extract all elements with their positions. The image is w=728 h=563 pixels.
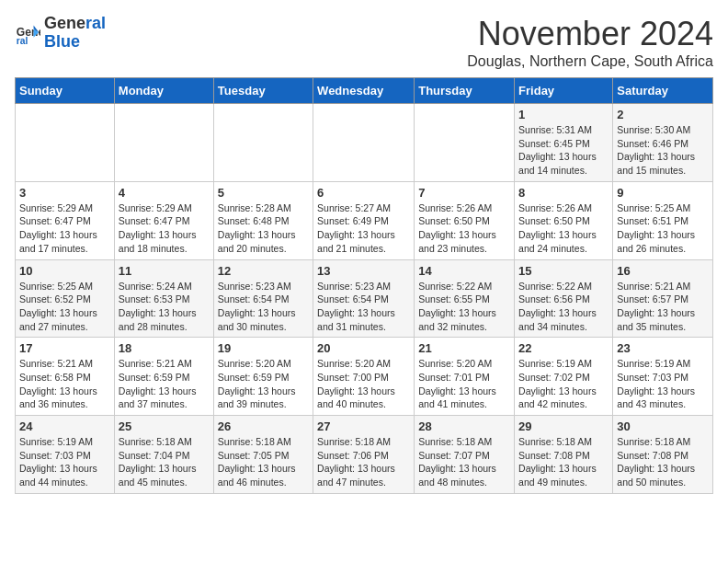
day-info: Sunrise: 5:19 AM Sunset: 7:03 PM Dayligh… <box>19 435 110 489</box>
day-info: Sunrise: 5:22 AM Sunset: 6:55 PM Dayligh… <box>418 280 510 334</box>
day-cell-3 <box>313 104 415 182</box>
day-number: 18 <box>119 341 210 355</box>
day-cell-5: 1Sunrise: 5:31 AM Sunset: 6:45 PM Daylig… <box>515 104 613 182</box>
day-info: Sunrise: 5:30 AM Sunset: 6:46 PM Dayligh… <box>617 123 709 178</box>
day-info: Sunrise: 5:28 AM Sunset: 6:48 PM Dayligh… <box>218 201 309 256</box>
day-info: Sunrise: 5:18 AM Sunset: 7:07 PM Dayligh… <box>418 435 510 489</box>
day-cell-4 <box>415 104 515 182</box>
day-cell-0 <box>16 104 115 182</box>
day-info: Sunrise: 5:26 AM Sunset: 6:50 PM Dayligh… <box>418 201 510 256</box>
day-cell-31: 27Sunrise: 5:18 AM Sunset: 7:06 PM Dayli… <box>313 416 415 494</box>
header-wednesday: Wednesday <box>313 78 415 104</box>
day-cell-7: 3Sunrise: 5:29 AM Sunset: 6:47 PM Daylig… <box>16 181 115 259</box>
day-info: Sunrise: 5:21 AM Sunset: 6:57 PM Dayligh… <box>617 280 709 334</box>
day-cell-24: 20Sunrise: 5:20 AM Sunset: 7:00 PM Dayli… <box>313 338 415 416</box>
week-row-4: 24Sunrise: 5:19 AM Sunset: 7:03 PM Dayli… <box>16 416 713 494</box>
header-monday: Monday <box>114 78 213 104</box>
day-cell-23: 19Sunrise: 5:20 AM Sunset: 6:59 PM Dayli… <box>213 338 313 416</box>
day-cell-32: 28Sunrise: 5:18 AM Sunset: 7:07 PM Dayli… <box>415 416 515 494</box>
day-info: Sunrise: 5:24 AM Sunset: 6:53 PM Dayligh… <box>119 280 210 334</box>
day-info: Sunrise: 5:31 AM Sunset: 6:45 PM Dayligh… <box>518 123 609 178</box>
week-row-2: 10Sunrise: 5:25 AM Sunset: 6:52 PM Dayli… <box>16 259 713 338</box>
logo-icon: Gene ral <box>15 20 40 46</box>
day-cell-29: 25Sunrise: 5:18 AM Sunset: 7:04 PM Dayli… <box>114 416 213 494</box>
day-cell-30: 26Sunrise: 5:18 AM Sunset: 7:05 PM Dayli… <box>213 416 313 494</box>
day-number: 22 <box>518 341 609 355</box>
day-info: Sunrise: 5:29 AM Sunset: 6:47 PM Dayligh… <box>19 201 110 256</box>
day-info: Sunrise: 5:20 AM Sunset: 7:01 PM Dayligh… <box>418 357 510 411</box>
header-friday: Friday <box>515 78 613 104</box>
header-thursday: Thursday <box>415 78 515 104</box>
day-cell-19: 15Sunrise: 5:22 AM Sunset: 6:56 PM Dayli… <box>515 259 613 338</box>
day-number: 9 <box>617 186 709 200</box>
day-number: 11 <box>119 264 210 278</box>
day-cell-13: 9Sunrise: 5:25 AM Sunset: 6:51 PM Daylig… <box>613 181 713 259</box>
day-info: Sunrise: 5:18 AM Sunset: 7:06 PM Dayligh… <box>317 435 410 489</box>
day-number: 3 <box>19 186 110 200</box>
day-info: Sunrise: 5:25 AM Sunset: 6:51 PM Dayligh… <box>617 201 709 256</box>
day-number: 6 <box>317 186 410 200</box>
day-number: 15 <box>518 264 609 278</box>
week-row-3: 17Sunrise: 5:21 AM Sunset: 6:58 PM Dayli… <box>16 338 713 416</box>
day-info: Sunrise: 5:27 AM Sunset: 6:49 PM Dayligh… <box>317 201 410 256</box>
day-cell-27: 23Sunrise: 5:19 AM Sunset: 7:03 PM Dayli… <box>613 338 713 416</box>
day-info: Sunrise: 5:19 AM Sunset: 7:03 PM Dayligh… <box>617 357 709 411</box>
day-number: 16 <box>617 264 709 278</box>
day-number: 12 <box>218 264 309 278</box>
day-info: Sunrise: 5:21 AM Sunset: 6:58 PM Dayligh… <box>19 357 110 411</box>
day-cell-10: 6Sunrise: 5:27 AM Sunset: 6:49 PM Daylig… <box>313 181 415 259</box>
calendar-header-row: SundayMondayTuesdayWednesdayThursdayFrid… <box>16 78 713 104</box>
day-cell-34: 30Sunrise: 5:18 AM Sunset: 7:08 PM Dayli… <box>613 416 713 494</box>
title-area: November 2024 Douglas, Northern Cape, So… <box>467 15 713 70</box>
svg-text:ral: ral <box>17 36 28 46</box>
day-info: Sunrise: 5:23 AM Sunset: 6:54 PM Dayligh… <box>317 280 410 334</box>
day-info: Sunrise: 5:18 AM Sunset: 7:04 PM Dayligh… <box>119 435 210 489</box>
logo-blue: Blue <box>44 33 106 52</box>
day-cell-28: 24Sunrise: 5:19 AM Sunset: 7:03 PM Dayli… <box>16 416 115 494</box>
day-number: 27 <box>317 419 410 433</box>
day-cell-21: 17Sunrise: 5:21 AM Sunset: 6:58 PM Dayli… <box>16 338 115 416</box>
day-cell-16: 12Sunrise: 5:23 AM Sunset: 6:54 PM Dayli… <box>213 259 313 338</box>
day-info: Sunrise: 5:29 AM Sunset: 6:47 PM Dayligh… <box>119 201 210 256</box>
day-cell-2 <box>213 104 313 182</box>
logo-general: General <box>44 15 106 33</box>
day-number: 20 <box>317 341 410 355</box>
day-cell-8: 4Sunrise: 5:29 AM Sunset: 6:47 PM Daylig… <box>114 181 213 259</box>
day-number: 5 <box>218 186 309 200</box>
day-cell-6: 2Sunrise: 5:30 AM Sunset: 6:46 PM Daylig… <box>613 104 713 182</box>
day-info: Sunrise: 5:20 AM Sunset: 6:59 PM Dayligh… <box>218 357 309 411</box>
day-number: 30 <box>617 419 709 433</box>
day-number: 13 <box>317 264 410 278</box>
day-number: 25 <box>119 419 210 433</box>
calendar-table: SundayMondayTuesdayWednesdayThursdayFrid… <box>15 77 713 494</box>
day-cell-33: 29Sunrise: 5:18 AM Sunset: 7:08 PM Dayli… <box>515 416 613 494</box>
day-cell-14: 10Sunrise: 5:25 AM Sunset: 6:52 PM Dayli… <box>16 259 115 338</box>
header-saturday: Saturday <box>613 78 713 104</box>
day-number: 17 <box>19 341 110 355</box>
header: Gene ral General Blue November 2024 Doug… <box>15 15 713 70</box>
day-info: Sunrise: 5:20 AM Sunset: 7:00 PM Dayligh… <box>317 357 410 411</box>
day-number: 1 <box>518 108 609 121</box>
day-number: 2 <box>617 108 709 121</box>
header-tuesday: Tuesday <box>213 78 313 104</box>
day-cell-22: 18Sunrise: 5:21 AM Sunset: 6:59 PM Dayli… <box>114 338 213 416</box>
day-info: Sunrise: 5:22 AM Sunset: 6:56 PM Dayligh… <box>518 280 609 334</box>
day-cell-9: 5Sunrise: 5:28 AM Sunset: 6:48 PM Daylig… <box>213 181 313 259</box>
day-info: Sunrise: 5:26 AM Sunset: 6:50 PM Dayligh… <box>518 201 609 256</box>
day-info: Sunrise: 5:18 AM Sunset: 7:05 PM Dayligh… <box>218 435 309 489</box>
day-cell-26: 22Sunrise: 5:19 AM Sunset: 7:02 PM Dayli… <box>515 338 613 416</box>
day-number: 23 <box>617 341 709 355</box>
day-cell-18: 14Sunrise: 5:22 AM Sunset: 6:55 PM Dayli… <box>415 259 515 338</box>
day-number: 21 <box>418 341 510 355</box>
day-number: 10 <box>19 264 110 278</box>
day-number: 7 <box>418 186 510 200</box>
week-row-1: 3Sunrise: 5:29 AM Sunset: 6:47 PM Daylig… <box>16 181 713 259</box>
day-info: Sunrise: 5:18 AM Sunset: 7:08 PM Dayligh… <box>617 435 709 489</box>
header-sunday: Sunday <box>16 78 115 104</box>
day-cell-12: 8Sunrise: 5:26 AM Sunset: 6:50 PM Daylig… <box>515 181 613 259</box>
day-number: 14 <box>418 264 510 278</box>
logo: Gene ral General Blue <box>15 15 106 52</box>
day-number: 8 <box>518 186 609 200</box>
location-title: Douglas, Northern Cape, South Africa <box>467 53 713 70</box>
month-title: November 2024 <box>467 15 713 53</box>
